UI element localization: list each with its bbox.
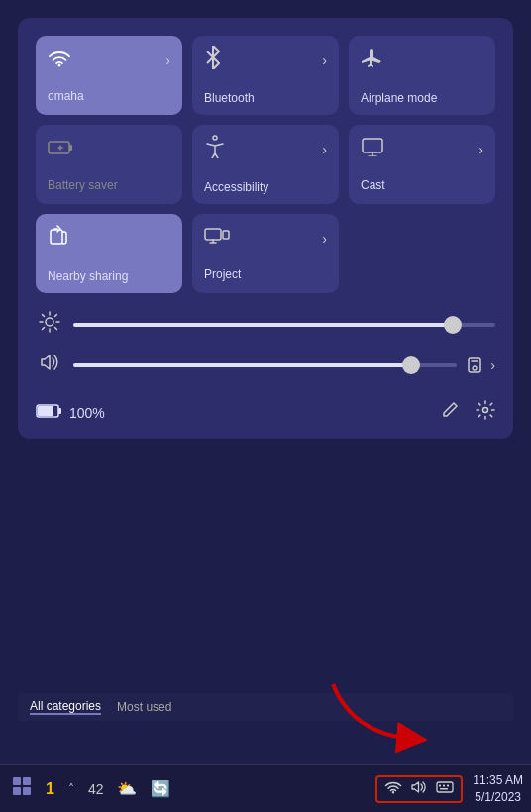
taskbar: 1 ˄ 42 ⛅ 🔄 — [0, 764, 531, 812]
wifi-chevron: › — [165, 52, 170, 68]
brightness-row — [36, 311, 495, 338]
tray-keyboard-icon[interactable] — [433, 780, 457, 798]
svg-rect-6 — [223, 231, 229, 239]
svg-rect-5 — [205, 229, 221, 240]
taskbar-tray: 11:35 AM 5/1/2023 — [375, 772, 523, 806]
settings-button[interactable] — [476, 400, 495, 425]
airplane-tile[interactable]: Airplane mode — [349, 36, 495, 115]
accessibility-label: Accessibility — [204, 180, 268, 194]
clock-time: 11:35 AM — [473, 772, 523, 789]
svg-rect-15 — [13, 777, 21, 785]
panel-footer: 100% — [36, 392, 495, 425]
tray-icons-group — [375, 775, 463, 803]
battery-saver-tile[interactable]: Battery saver — [36, 125, 182, 204]
battery-info: 100% — [36, 403, 105, 422]
svg-rect-16 — [23, 777, 31, 785]
airplane-label: Airplane mode — [361, 91, 437, 105]
taskbar-app1[interactable]: 1 — [42, 778, 58, 800]
svg-rect-12 — [58, 408, 61, 414]
accessibility-chevron: › — [322, 142, 327, 157]
cast-chevron: › — [478, 142, 483, 157]
nearby-sharing-tile[interactable]: Nearby sharing — [36, 214, 182, 293]
svg-point-2 — [213, 136, 217, 140]
taskbar-weather-icon[interactable]: ⛅ — [113, 777, 141, 800]
svg-point-9 — [473, 366, 477, 370]
airplane-icon — [361, 46, 384, 75]
volume-icon — [36, 352, 63, 378]
volume-section: › — [36, 352, 495, 378]
svg-rect-4 — [51, 230, 62, 244]
wifi-tile[interactable]: › omaha — [36, 36, 182, 115]
bluetooth-icon — [204, 46, 222, 75]
tray-wifi-icon[interactable] — [381, 779, 405, 798]
svg-point-13 — [483, 408, 488, 413]
svg-rect-11 — [38, 406, 53, 416]
accessibility-tile[interactable]: › Accessibility — [192, 125, 339, 204]
wifi-label: omaha — [48, 89, 84, 103]
svg-point-7 — [46, 318, 53, 326]
svg-rect-1 — [69, 145, 72, 151]
brightness-slider[interactable] — [73, 323, 495, 327]
start-button[interactable] — [8, 774, 36, 803]
volume-row: › — [36, 352, 495, 378]
svg-rect-19 — [437, 782, 453, 792]
svg-rect-23 — [440, 788, 448, 790]
project-tile[interactable]: › Project — [192, 214, 339, 293]
taskbar-refresh[interactable]: 🔄 — [147, 777, 174, 800]
footer-icons — [440, 400, 495, 425]
svg-rect-20 — [439, 784, 441, 786]
brightness-icon — [36, 311, 63, 338]
wifi-icon — [48, 48, 71, 73]
accessibility-icon — [204, 135, 226, 164]
svg-rect-3 — [363, 139, 382, 152]
volume-slider[interactable] — [73, 363, 457, 367]
tile-grid-row2: Battery saver › Accessibility — [36, 125, 495, 204]
cast-label: Cast — [361, 178, 385, 192]
cast-icon — [361, 137, 384, 162]
svg-rect-17 — [13, 787, 21, 795]
battery-percentage: 100% — [69, 405, 105, 421]
taskbar-clock[interactable]: 11:35 AM 5/1/2023 — [473, 772, 523, 806]
edit-button[interactable] — [440, 400, 460, 425]
battery-saver-label: Battery saver — [48, 178, 118, 192]
project-chevron: › — [322, 231, 327, 247]
bluetooth-label: Bluetooth — [204, 91, 255, 105]
svg-rect-18 — [23, 787, 31, 795]
bluetooth-chevron: › — [322, 52, 327, 68]
category-most-used[interactable]: Most used — [117, 700, 171, 714]
battery-footer-icon — [36, 403, 63, 422]
brightness-section — [36, 311, 495, 338]
nearby-sharing-icon — [48, 224, 69, 254]
taskbar-left: 1 ˄ 42 ⛅ 🔄 — [8, 774, 174, 803]
category-all[interactable]: All categories — [30, 699, 101, 715]
taskbar-temp[interactable]: 42 — [84, 779, 108, 799]
project-icon — [204, 226, 230, 252]
nearby-sharing-label: Nearby sharing — [48, 269, 128, 283]
battery-saver-icon — [48, 137, 73, 162]
categories-bar: All categories Most used — [18, 693, 513, 721]
svg-rect-21 — [443, 784, 445, 786]
project-label: Project — [204, 267, 241, 281]
tile-grid-row3: Nearby sharing › Project — [36, 214, 495, 293]
bluetooth-tile[interactable]: › Bluetooth — [192, 36, 339, 115]
tile-grid-row1: › omaha › Bluetooth — [36, 36, 495, 115]
cast-tile[interactable]: › Cast — [349, 125, 495, 204]
svg-rect-22 — [447, 784, 449, 786]
taskbar-chevron[interactable]: ˄ — [64, 780, 78, 798]
audio-output-button[interactable]: › — [467, 355, 495, 375]
tray-volume-icon[interactable] — [407, 779, 431, 799]
clock-date: 5/1/2023 — [473, 789, 523, 806]
quick-settings-panel: › omaha › Bluetooth — [18, 18, 513, 439]
